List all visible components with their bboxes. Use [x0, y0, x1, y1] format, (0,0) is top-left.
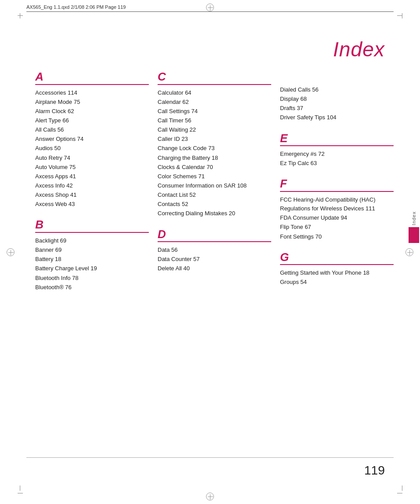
section-divider-e	[280, 145, 394, 146]
section-b: B Backlight 69 Banner 69 Battery 18 Batt…	[35, 218, 149, 291]
section-divider-c	[158, 84, 271, 85]
section-d-cont: Dialed Calls 56 Display 68 Drafts 37 Dri…	[280, 70, 394, 122]
entry-change-lock-code: Change Lock Code 73	[158, 144, 271, 153]
entry-bluetooth: Bluetooth® 76	[35, 283, 149, 292]
section-letter-e: E	[280, 132, 394, 145]
entry-contact-list: Contact List 52	[158, 191, 271, 199]
section-letter-f: F	[280, 177, 394, 190]
entry-answer-options: Answer Options 74	[35, 135, 149, 143]
entry-caller-id: Caller ID 23	[158, 135, 271, 143]
section-divider-d	[158, 241, 271, 242]
section-divider-g	[280, 264, 394, 265]
entry-contacts: Contacts 52	[158, 200, 271, 209]
entry-display: Display 68	[280, 95, 394, 103]
section-f: F FCC Hearing-Aid Compatibility (HAC) Re…	[280, 177, 394, 241]
entry-driver-safety: Driver Safety Tips 104	[280, 113, 394, 122]
entry-ez-tip-calc: Ez Tip Calc 63	[280, 159, 394, 168]
entry-all-calls: All Calls 56	[35, 125, 149, 134]
entry-backlight: Backlight 69	[35, 236, 149, 245]
section-letter-c: C	[158, 70, 271, 83]
side-crosshair-right	[405, 248, 413, 256]
header-text: AX565_Eng 1.1.qxd 2/1/08 2:06 PM Page 11…	[26, 4, 126, 10]
entry-battery: Battery 18	[35, 255, 149, 264]
entry-battery-charge-level: Battery Charge Level 19	[35, 264, 149, 273]
entry-fcc-hearing: FCC Hearing-Aid Compatibility (HAC) Regu…	[280, 195, 394, 213]
entry-call-settings: Call Settings 74	[158, 107, 271, 116]
entry-color-schemes: Color Schemes 71	[158, 172, 271, 181]
entry-correcting-dialing: Correcting Dialing Mistakes 20	[158, 209, 271, 218]
entry-data: Data 56	[158, 246, 271, 254]
column-cd: C Calculator 64 Calendar 62 Call Setting…	[158, 70, 280, 302]
entry-alarm-clock: Alarm Clock 62	[35, 107, 149, 116]
entry-audios: Audios 50	[35, 144, 149, 153]
column-ab: A Accessories 114 Airplane Mode 75 Alarm…	[35, 70, 158, 302]
content-area: A Accessories 114 Airplane Mode 75 Alarm…	[35, 70, 394, 302]
index-tab-label: Index	[411, 211, 416, 225]
entry-flip-tone: Flip Tone 67	[280, 223, 394, 232]
section-divider-b	[35, 232, 149, 233]
section-c: C Calculator 64 Calendar 62 Call Setting…	[158, 70, 271, 218]
entry-clocks-calendar: Clocks & Calendar 70	[158, 163, 271, 172]
entry-banner: Banner 69	[35, 246, 149, 254]
section-letter-a: A	[35, 70, 149, 83]
entry-dialed-calls: Dialed Calls 56	[280, 85, 394, 94]
entry-call-waiting: Call Waiting 22	[158, 125, 271, 134]
section-a: A Accessories 114 Airplane Mode 75 Alarm…	[35, 70, 149, 209]
side-crosshair-left	[7, 248, 15, 256]
entry-alert-type: Alert Type 66	[35, 116, 149, 125]
entry-axcess-web: Axcess Web 43	[35, 200, 149, 209]
entry-fda-consumer: FDA Consumer Update 94	[280, 213, 394, 222]
section-letter-g: G	[280, 251, 394, 264]
section-divider-f	[280, 191, 394, 192]
entry-getting-started: Getting Started with Your Phone 18	[280, 269, 394, 277]
entry-axcess-info: Axcess Info 42	[35, 181, 149, 190]
bottom-line	[26, 457, 394, 458]
entry-auto-volume: Auto Volume 75	[35, 163, 149, 172]
entry-drafts: Drafts 37	[280, 104, 394, 113]
section-letter-b: B	[35, 218, 149, 231]
entry-groups: Groups 54	[280, 278, 394, 287]
entry-calendar: Calendar 62	[158, 98, 271, 107]
entry-axcess-apps: Axcess Apps 41	[35, 172, 149, 181]
index-tab-bar	[409, 227, 419, 243]
entry-accessories: Accessories 114	[35, 88, 149, 97]
entry-bluetooth-info: Bluetooth Info 78	[35, 274, 149, 283]
entry-emergency: Emergency #s 72	[280, 150, 394, 158]
entry-consumer-info: Consumer Information on SAR 108	[158, 181, 271, 190]
section-divider-a	[35, 84, 149, 85]
center-crosshair-bottom	[206, 493, 214, 500]
header-bar: AX565_Eng 1.1.qxd 2/1/08 2:06 PM Page 11…	[26, 4, 394, 12]
section-e: E Emergency #s 72 Ez Tip Calc 63	[280, 132, 394, 168]
entry-call-timer: Call Timer 56	[158, 116, 271, 125]
section-d: D Data 56 Data Counter 57 Delete All 40	[158, 228, 271, 273]
section-g: G Getting Started with Your Phone 18 Gro…	[280, 251, 394, 287]
entry-axcess-shop: Axcess Shop 41	[35, 191, 149, 199]
section-letter-d: D	[158, 228, 271, 241]
column-efg: Dialed Calls 56 Display 68 Drafts 37 Dri…	[280, 70, 394, 302]
page-number: 119	[364, 464, 385, 478]
entry-font-settings: Font Settings 70	[280, 232, 394, 241]
entry-calculator: Calculator 64	[158, 88, 271, 97]
entry-charging-battery: Charging the Battery 18	[158, 154, 271, 162]
index-tab: Index	[408, 211, 420, 243]
entry-airplane-mode: Airplane Mode 75	[35, 98, 149, 107]
page-title: Index	[333, 37, 385, 61]
entry-auto-retry: Auto Retry 74	[35, 154, 149, 162]
entry-data-counter: Data Counter 57	[158, 255, 271, 264]
entry-delete-all: Delete All 40	[158, 264, 271, 273]
